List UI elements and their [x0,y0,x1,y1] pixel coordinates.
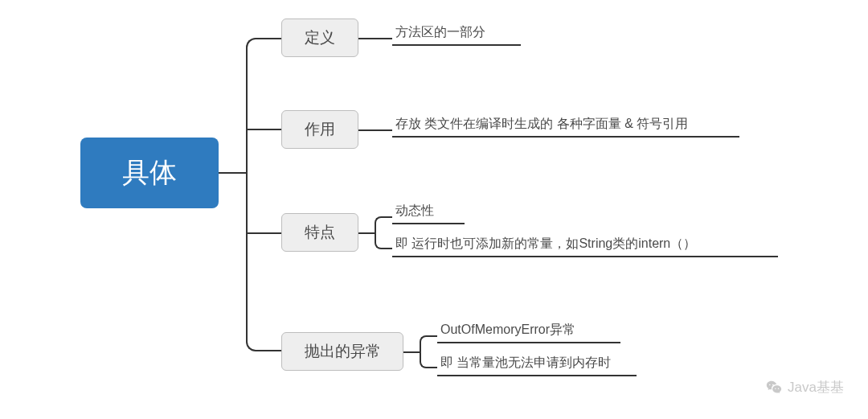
root-node: 具体 [80,138,219,208]
leaf-feature-1: 即 运行时也可添加新的常量，如String类的intern（） [392,236,778,257]
watermark: Java基基 [765,378,844,396]
wechat-icon [765,379,783,396]
child-node-feature: 特点 [281,213,358,252]
connector-exception-stem [403,351,420,353]
leaf-definition-0: 方法区的一部分 [392,24,521,46]
connector-feature-bus [375,216,392,249]
connector-exception-bus [420,335,437,368]
child-node-definition: 定义 [281,18,358,57]
leaf-exception-0: OutOfMemoryError异常 [437,322,620,343]
connector-feature-stem [358,232,375,234]
watermark-text: Java基基 [788,378,844,396]
child-node-exception: 抛出的异常 [281,332,403,371]
leaf-exception-1: 即 当常量池无法申请到内存时 [437,355,637,376]
connector-bus [246,38,281,351]
connector-root-stem [219,172,246,174]
leaf-purpose-0: 存放 类文件在编译时生成的 各种字面量 & 符号引用 [392,116,739,138]
child-node-purpose: 作用 [281,110,358,149]
connector-stub-2 [246,129,281,130]
leaf-feature-0: 动态性 [392,203,465,224]
connector-def-leaf [358,38,392,39]
connector-stub-3 [246,232,281,234]
connector-purpose-leaf [358,129,392,131]
